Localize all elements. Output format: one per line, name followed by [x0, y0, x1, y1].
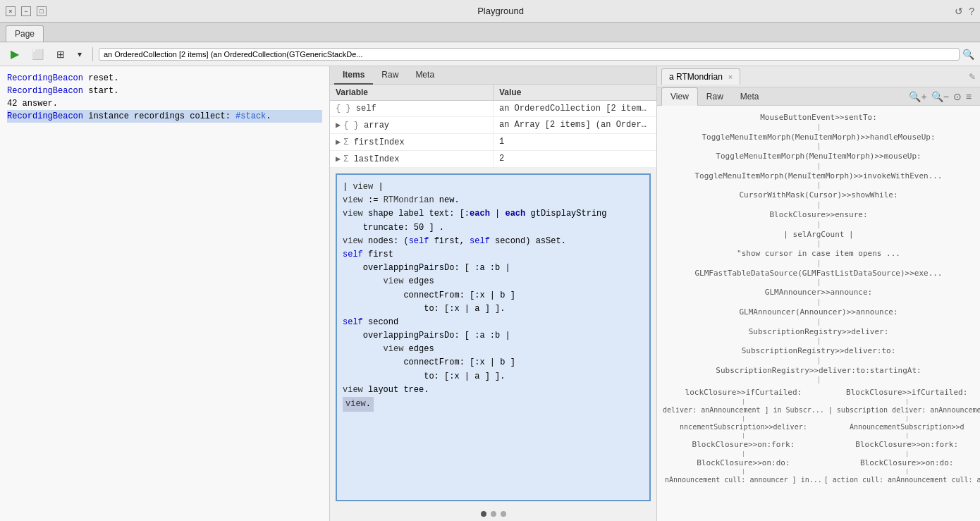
zoom-reset-icon[interactable]: ⊙	[953, 91, 962, 102]
col-variable: Variable	[330, 85, 494, 100]
dot-3[interactable]	[501, 511, 506, 517]
tree-line: ToggleMenuItemMorph(MenuItemMorph)>>hand…	[663, 131, 974, 144]
tree-line: lockClosure>>ifCurtailed:	[685, 386, 802, 399]
code-line: connectFrom: [:x | b ]	[343, 356, 644, 369]
search-button[interactable]: 🔍	[962, 49, 974, 60]
right-pane: a RTMondrian × ✎ View Raw Meta 🔍+ 🔍− ⊙ ≡…	[657, 66, 980, 521]
minimize-button[interactable]: −	[21, 6, 31, 16]
sync-icon[interactable]: ↺	[955, 6, 963, 17]
tree-line: BlockClosure>>on:do:	[860, 457, 953, 470]
code-line: view.	[343, 397, 374, 412]
cell-var: ▶Σ firstIndex	[330, 134, 494, 150]
close-button[interactable]: ×	[6, 6, 16, 16]
right-inner-tabs: View Raw Meta 🔍+ 🔍− ⊙ ≡	[657, 87, 980, 106]
cell-val: 1	[494, 134, 656, 150]
code-line: self first	[343, 248, 644, 262]
table-row[interactable]: { } self an OrderedCollection [2 items] …	[330, 101, 656, 117]
code-line: to: [:x | a ] ].	[343, 302, 644, 316]
tree-line: SubscriptionRegistry>>deliver:	[663, 326, 974, 338]
code-line: view shape label text: [:each | each gtD…	[343, 207, 644, 221]
code-line-1: RecordingBeacon reset.	[7, 72, 322, 85]
tab-meta[interactable]: Meta	[732, 88, 768, 105]
help-icon[interactable]: ?	[969, 6, 974, 17]
path-display: an OrderedCollection [2 items] (an Order…	[99, 48, 960, 61]
tab-raw[interactable]: Raw	[373, 66, 407, 85]
tree-line: BlockClosure>>on:fork:	[855, 439, 958, 451]
page-tab[interactable]: Page	[6, 25, 44, 42]
right-tree-content: MouseButtonEvent>>sentTo: ToggleMenuItem…	[657, 106, 980, 521]
tree-line: | selArgCount |	[663, 228, 974, 241]
table-header: Variable Value	[330, 85, 656, 101]
tree-line: BlockClosure>>on:do:	[697, 457, 790, 470]
right-tab-close-button[interactable]: ×	[728, 73, 733, 81]
edit-icon[interactable]: ✎	[969, 72, 976, 82]
tree-line: ToggleMenuItemMorph(MenuItemMorph)>>mous…	[663, 150, 974, 163]
middle-pane: Items Raw Meta Variable Value { } self a…	[330, 66, 657, 521]
code-line: self second	[343, 316, 644, 329]
tree-line: SubscriptionRegistry>>deliver:to:startin…	[663, 364, 974, 377]
code-line: to: [:x | a ] ].	[343, 370, 644, 384]
menu-icon[interactable]: ≡	[966, 91, 972, 102]
run-button[interactable]: ▶	[6, 45, 24, 63]
tree-line: MouseButtonEvent>>sentTo:	[663, 111, 974, 124]
code-line-4: RecordingBeacon instance recordings coll…	[7, 110, 322, 123]
toolbar-separator	[92, 47, 93, 61]
zoom-icons: 🔍+ 🔍− ⊙ ≡	[909, 91, 976, 102]
tree-line: BlockClosure>>on:fork:	[692, 439, 795, 451]
table-row[interactable]: ▶Σ firstIndex 1	[330, 134, 656, 151]
tree-line: deliver: anAnnouncement ] in Subscr...	[663, 405, 824, 416]
titlebar: × − □ Playground ↺ ?	[0, 0, 980, 23]
tree-line: GLMFastTableDataSource(GLMFastListDataSo…	[663, 267, 974, 280]
code-editor[interactable]: | view | view := RTMondrian new. view sh…	[336, 173, 651, 501]
maximize-button[interactable]: □	[37, 6, 47, 16]
tree-line: nncementSubscription>>deliver:	[680, 422, 807, 433]
code-line: overlappingPairsDo: [ :a :b |	[343, 262, 644, 275]
zoom-out-icon[interactable]: 🔍−	[931, 91, 949, 102]
tab-meta[interactable]: Meta	[407, 66, 443, 85]
code-line: overlappingPairsDo: [ :a :b |	[343, 329, 644, 343]
cell-var: { } self	[330, 101, 494, 116]
page-tabbar: Page	[0, 23, 980, 42]
tab-items[interactable]: Items	[334, 66, 373, 85]
grid-button[interactable]: ⊞	[51, 47, 70, 62]
tree-line: [ action cull: anAnnouncement cull: anr	[824, 474, 980, 486]
window-controls: × − □	[6, 6, 47, 16]
tree-line: nAnnouncement cull: announcer ] in...	[665, 474, 822, 486]
tree-line: BlockClosure>>ensure:	[663, 209, 974, 221]
inspector-table: Variable Value { } self an OrderedCollec…	[330, 85, 656, 168]
code-line: | view |	[343, 180, 644, 194]
cell-val: 2	[494, 151, 656, 167]
tab-raw[interactable]: Raw	[698, 88, 732, 105]
tree-line: "show cursor in case item opens ...	[663, 247, 974, 260]
left-pane: RecordingBeacon reset. RecordingBeacon s…	[0, 66, 330, 521]
zoom-in-icon[interactable]: 🔍+	[909, 91, 926, 102]
dot-2[interactable]	[491, 511, 496, 517]
col-value: Value	[494, 85, 656, 100]
right-tab-item[interactable]: a RTMondrian ×	[661, 68, 740, 85]
tree-line: CursorWithMask(Cursor)>>showWhile:	[663, 189, 974, 202]
table-row[interactable]: ▶Σ lastIndex 2	[330, 151, 656, 168]
tree-line: AnnouncementSubscription>>d	[850, 422, 964, 433]
tab-view[interactable]: View	[661, 87, 698, 106]
table-row[interactable]: ▶{ } array an Array [2 items] (an Ordere…	[330, 117, 656, 134]
inspect-button[interactable]: ⬜	[27, 47, 49, 62]
main-toolbar: ▶ ⬜ ⊞ ▾ an OrderedCollection [2 items] (…	[0, 42, 980, 66]
code-line: truncate: 50 ] .	[343, 221, 644, 235]
dropdown-button[interactable]: ▾	[73, 47, 87, 61]
cell-val: an OrderedCollection [2 items] (an Ord..…	[494, 101, 656, 116]
code-line: view layout tree.	[343, 384, 644, 397]
tree-line: ToggleMenuItemMorph(MenuItemMorph)>>invo…	[663, 170, 974, 183]
code-line-2: RecordingBeacon start.	[7, 85, 322, 97]
code-line: connectFrom: [:x | b ]	[343, 289, 644, 302]
cell-var: ▶{ } array	[330, 117, 494, 133]
tree-line: SubscriptionRegistry>>deliver:to:	[663, 345, 974, 357]
content-area: RecordingBeacon reset. RecordingBeacon s…	[0, 66, 980, 521]
cell-val: an Array [2 items] (an OrderedCollectio.…	[494, 117, 656, 133]
left-editor[interactable]: RecordingBeacon reset. RecordingBeacon s…	[0, 66, 329, 521]
dot-1[interactable]	[481, 511, 486, 517]
code-line: view nodes: (self first, self second) as…	[343, 235, 644, 248]
code-line: view := RTMondrian new.	[343, 194, 644, 207]
code-line: view edges	[343, 343, 644, 356]
title-right-icons: ↺ ?	[955, 6, 974, 17]
cell-var: ▶Σ lastIndex	[330, 151, 494, 167]
